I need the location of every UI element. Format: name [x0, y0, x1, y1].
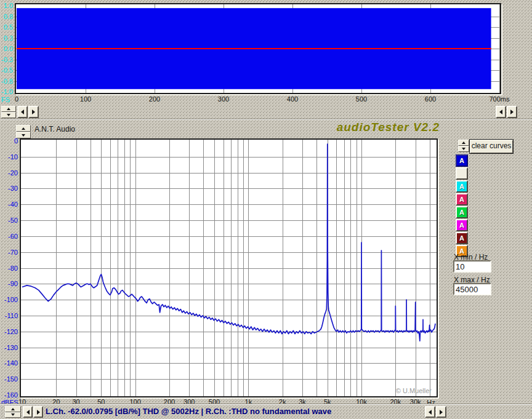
spec-x-tick-label: 50 [86, 398, 116, 405]
spin-down-icon[interactable] [1, 112, 16, 118]
curve-color-button-magenta[interactable]: A [456, 219, 468, 231]
spec-x-tick-label: 500 [200, 398, 229, 405]
spectrum-scroll-left-button[interactable] [425, 406, 435, 418]
app-logo: audioTester V2.2 [308, 121, 440, 134]
arrow-right-icon [510, 110, 514, 114]
arrow-left-icon [429, 410, 432, 415]
spec-y-tick-label: -60 [0, 233, 18, 240]
arrow-right-icon [32, 110, 35, 114]
spec-y-tick-label: -20 [0, 169, 18, 177]
spectrum-panel: © U.Mueller [20, 138, 438, 397]
spec-y-tick-label: -100 [0, 296, 18, 303]
wave-y-tick-label: 0.3 [0, 34, 13, 42]
arrow-right-icon [37, 410, 40, 415]
spec-y-tick-label: -90 [0, 280, 18, 287]
spec-y-tick-label: 0 [0, 137, 18, 145]
wave-y-tick-label: 1.0 [0, 2, 13, 9]
wave-y-tick-label: -0.8 [0, 78, 13, 85]
spec-y-tick-label: -10 [0, 153, 18, 161]
wave-vertical-scale-spinner[interactable] [1, 106, 16, 118]
spin-down-icon[interactable] [16, 132, 31, 138]
spec-x-tick-label: 100 [121, 398, 150, 405]
spec-x-tick-label: 1k [233, 398, 263, 405]
wave-right-scroll-left-button[interactable] [496, 106, 506, 118]
arrow-right-icon [440, 410, 443, 415]
arrow-left-icon [21, 110, 24, 114]
wave-x-tick-label: 200 [140, 95, 169, 103]
spectrum-scroll-right-button[interactable] [436, 406, 446, 418]
measurement-status-text: L.Ch. -62.0/0.0795 [dB/%] THD @ 5002Hz |… [46, 407, 331, 416]
spec-y-tick-label: -70 [0, 249, 18, 256]
wave-x-tick-label: 100 [71, 95, 100, 103]
curve-color-button-blue[interactable]: A [456, 154, 468, 167]
status-scroll-left-button[interactable] [23, 406, 33, 418]
fs-unit-label: FS [1, 96, 10, 103]
curve-color-button-cyan[interactable]: A [456, 180, 468, 193]
spec-y-tick-label: -50 [0, 217, 18, 224]
spin-up-icon[interactable] [5, 406, 21, 412]
x-min-input[interactable] [453, 260, 491, 273]
spectrum-plot [21, 140, 437, 396]
curve-color-button-pink[interactable]: A [456, 193, 468, 206]
spin-up-icon[interactable] [458, 140, 469, 146]
wave-scroll-left-button[interactable] [17, 106, 28, 118]
spin-down-icon[interactable] [458, 146, 469, 152]
wave-y-tick-label: -0.5 [0, 66, 13, 74]
vendor-label: A.N.T. Audio [34, 125, 75, 134]
status-scroll-right-button[interactable] [33, 406, 43, 418]
spec-y-tick-label: -120 [0, 328, 18, 335]
spec-y-tick-label: -40 [0, 201, 18, 208]
statusbar-divider [0, 404, 532, 404]
spec-x-tick-label: 5k [313, 398, 342, 405]
clear-curves-button[interactable]: clear curves [469, 139, 514, 154]
spec-y-tick-label: -150 [0, 375, 18, 383]
curve-color-button-maroon[interactable]: A [456, 232, 468, 244]
oscilloscope-plot [16, 4, 500, 93]
spin-up-icon[interactable] [16, 125, 31, 132]
wave-y-tick-label: -0.3 [0, 56, 13, 63]
audiotester-window: 1.00.80.50.30.0-0.3-0.5-0.8-1.0 01002003… [0, 0, 532, 419]
hz-unit-label: Hz [416, 399, 446, 406]
copyright-label: © U.Mueller [396, 387, 432, 394]
curve-color-button-blank[interactable] [456, 167, 468, 180]
dbfs-unit-label: dBFS [1, 399, 18, 406]
spin-down-icon[interactable] [5, 412, 21, 418]
clear-curves-spinner[interactable] [458, 140, 469, 152]
status-spinner[interactable] [5, 406, 21, 418]
spin-up-icon[interactable] [1, 106, 16, 112]
wave-x-tick-label: 700ms [485, 95, 514, 103]
wave-y-tick-label: 0.0 [0, 45, 13, 52]
wave-x-tick-label: 400 [278, 95, 307, 103]
spectrum-scale-spinner[interactable] [16, 125, 31, 138]
spec-y-tick-label: -140 [0, 359, 18, 367]
wave-scroll-right-button[interactable] [28, 106, 39, 118]
spec-y-tick-label: -30 [0, 185, 18, 192]
arrow-left-icon [26, 410, 30, 415]
spec-y-tick-label: -110 [0, 312, 18, 319]
oscilloscope-panel [15, 3, 501, 94]
section-divider [0, 119, 532, 119]
wave-x-tick-label: 600 [416, 95, 445, 103]
wave-x-tick-label: 500 [347, 95, 376, 103]
wave-right-scroll-right-button[interactable] [507, 106, 517, 118]
arrow-left-icon [499, 110, 502, 114]
spec-x-tick-label: 10k [347, 398, 376, 405]
wave-x-tick-label: 300 [209, 95, 238, 103]
x-max-input[interactable] [453, 283, 491, 295]
curve-color-button-green[interactable]: A [456, 206, 468, 218]
wave-y-tick-label: 0.8 [0, 13, 13, 20]
spec-y-tick-label: -130 [0, 344, 18, 351]
spec-y-tick-label: -80 [0, 265, 18, 272]
wave-y-tick-label: 0.5 [0, 23, 13, 31]
wave-y-tick-label: -1.0 [0, 88, 13, 95]
